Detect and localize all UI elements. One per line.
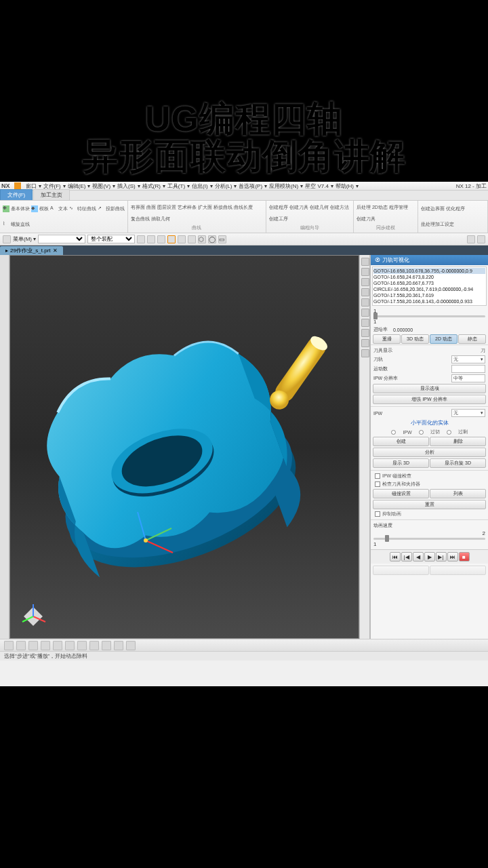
rb-batch[interactable]: 批处理加工设定: [421, 218, 454, 232]
next-button[interactable]: ▶: [424, 552, 435, 561]
list-button[interactable]: 列表: [430, 489, 486, 498]
chk-tool-holder[interactable]: [375, 481, 380, 487]
analyze-button[interactable]: 分析: [373, 448, 486, 457]
show3d-button[interactable]: 显示 3D: [373, 458, 429, 468]
bt-i4[interactable]: [41, 641, 50, 650]
mid-i1[interactable]: [361, 258, 369, 266]
progress-slider-1[interactable]: [373, 315, 485, 317]
rb-enlarge[interactable]: 扩大面: [198, 202, 212, 213]
mid-i8[interactable]: [361, 329, 369, 337]
rb-proj-curve[interactable]: ↗投影曲线: [98, 202, 125, 216]
rb-comp[interactable]: 复合曲线: [131, 214, 150, 225]
rb-mktool[interactable]: 创建刀具: [357, 214, 375, 225]
bt-i7[interactable]: [77, 641, 87, 650]
showspin3d-button[interactable]: 显示自旋 3D: [430, 458, 486, 468]
rb-layer[interactable]: 图层设置: [157, 202, 176, 213]
mid-i2[interactable]: [361, 268, 369, 276]
mid-i6[interactable]: [361, 309, 369, 317]
code-line[interactable]: GOTO/-17.558,20.361,7.619: [373, 292, 485, 298]
menu-analysis[interactable]: 分析(L): [215, 182, 232, 190]
rb-helix[interactable]: ⌇螺旋直线: [3, 218, 30, 232]
step-fwd-button[interactable]: ▶|: [436, 552, 447, 561]
collision-settings-button[interactable]: 碰撞设置: [373, 489, 429, 498]
document-tab[interactable]: ▸ 29作作业_s_t.prt ✕: [0, 246, 63, 255]
show-opts-button[interactable]: 显示选项: [373, 384, 486, 393]
tab-home[interactable]: 加工主页: [33, 189, 70, 200]
menu-format[interactable]: 格式(R): [142, 182, 161, 190]
tab-replay[interactable]: 重播: [373, 334, 401, 344]
close-icon[interactable]: ✕: [53, 248, 58, 254]
sel-menu-label[interactable]: 菜单(M) ▾: [13, 235, 36, 243]
reset-button[interactable]: 重置: [373, 500, 486, 509]
goto-end-button[interactable]: ⏭: [447, 552, 458, 561]
menu-tools[interactable]: 工具(T): [167, 182, 185, 190]
3d-viewport[interactable]: [9, 255, 359, 639]
ok-button[interactable]: [373, 566, 429, 575]
cancel-button[interactable]: [430, 566, 486, 575]
rb-bound[interactable]: 有界面: [131, 202, 145, 213]
rb-spline[interactable]: 艺术样条: [178, 202, 197, 213]
gcode-list[interactable]: GOTO/-16.658,103.678,36.755,-0.0000000,0…: [372, 267, 487, 306]
code-line[interactable]: GOTO/-16.658,103.678,36.755,-0.0000000,0…: [373, 268, 485, 274]
bt-i5[interactable]: [53, 641, 62, 650]
bt-i2[interactable]: [16, 641, 26, 650]
sel-filter-1[interactable]: [38, 235, 85, 243]
menu-edit[interactable]: 编辑(E): [68, 182, 86, 190]
bt-i6[interactable]: [65, 641, 75, 650]
sel-circle-icon[interactable]: ◯: [208, 235, 216, 243]
mid-i4[interactable]: [361, 288, 369, 296]
rb-method[interactable]: 创建方法: [330, 202, 349, 213]
mid-i3[interactable]: [361, 278, 369, 286]
bt-i9[interactable]: [102, 641, 111, 650]
rb-op[interactable]: 创建工序: [269, 214, 288, 225]
enhance-ipw-button[interactable]: 增强 IPW 分辨率: [373, 395, 486, 404]
sel-i5[interactable]: [178, 235, 186, 243]
menu-window[interactable]: 窗口: [26, 182, 37, 190]
mid-i10[interactable]: [361, 349, 369, 357]
create-button[interactable]: 创建: [373, 437, 429, 446]
rb-curvelen[interactable]: 曲线长度: [234, 202, 253, 213]
chk-suppress-anim[interactable]: [375, 511, 380, 517]
ipw-dropdown[interactable]: 无▾: [451, 409, 485, 417]
menu-insert[interactable]: 插入(S): [117, 182, 136, 190]
menu-help[interactable]: 帮助(H): [336, 182, 354, 190]
rb-tool[interactable]: 创建刀具: [289, 202, 308, 213]
pin-icon[interactable]: ⦿: [375, 257, 380, 263]
sel-menu-icon[interactable]: [3, 235, 11, 243]
delete-button[interactable]: 删除: [430, 437, 486, 446]
rb-bndface[interactable]: 创建边界面: [421, 202, 445, 216]
left-resource-bar[interactable]: [0, 255, 9, 639]
tab-2d[interactable]: 2D 动态: [430, 334, 458, 344]
sel-r2[interactable]: [477, 235, 485, 243]
menu-info[interactable]: 信息(I): [192, 182, 208, 190]
rb-prog[interactable]: 创建程序: [269, 202, 288, 213]
bt-i11[interactable]: [126, 641, 136, 650]
mid-i7[interactable]: [361, 319, 369, 327]
rb-progmgr[interactable]: 程序管理: [389, 202, 408, 213]
menu-prefs[interactable]: 首选项(P): [239, 182, 262, 190]
view-triad[interactable]: [18, 601, 48, 631]
rb-text[interactable]: A文本: [50, 202, 68, 216]
radio-ipw[interactable]: [391, 430, 396, 435]
sel-i3[interactable]: [157, 235, 165, 243]
code-line[interactable]: GOTO/-17.558,20.166,8.143,-0.0000000,0.9…: [373, 298, 485, 304]
rb-post[interactable]: 后处理: [357, 202, 371, 213]
sel-r1[interactable]: [467, 235, 475, 243]
rb-surf[interactable]: 曲面: [146, 202, 156, 213]
code-line[interactable]: GOTO/-16.658,24.673,8.220: [373, 274, 485, 280]
code-line[interactable]: CIRCLE/-16.658,20.361,7.619,0.0000000,-0…: [373, 286, 485, 292]
tab-file[interactable]: 文件(F): [0, 189, 33, 200]
window-icon[interactable]: [14, 182, 21, 189]
step-back-button[interactable]: |◀: [401, 552, 412, 561]
bt-i1[interactable]: [4, 641, 14, 650]
tool-dropdown[interactable]: 无▾: [451, 355, 485, 363]
prev-button[interactable]: ◀: [413, 552, 424, 561]
rb-template[interactable]: ◆模板: [31, 202, 49, 216]
tab-static[interactable]: 静态: [458, 334, 486, 344]
goto-start-button[interactable]: ⏮: [390, 552, 401, 561]
motion-input[interactable]: [451, 365, 485, 373]
tab-3d[interactable]: 3D 动态: [401, 334, 429, 344]
mid-i5[interactable]: [361, 298, 369, 307]
speed-slider[interactable]: [373, 538, 485, 540]
rb-block[interactable]: ✚基本体块: [3, 202, 30, 216]
